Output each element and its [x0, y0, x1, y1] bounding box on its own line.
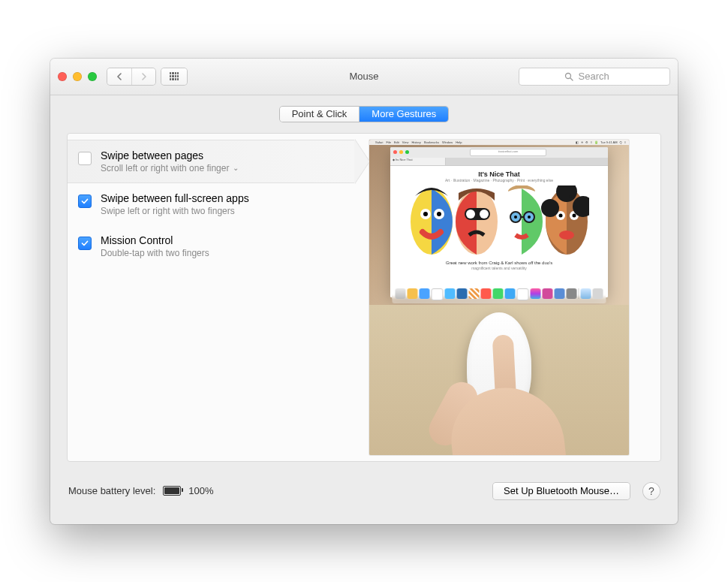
svg-point-17: [528, 216, 531, 219]
gesture-text: Mission Control Double-tap with two fing…: [101, 234, 209, 258]
preview-dock: [393, 287, 606, 303]
traffic-lights: [58, 72, 97, 81]
svg-point-22: [573, 213, 576, 217]
svg-point-0: [565, 73, 570, 78]
gesture-title: Swipe between full-screen apps: [101, 192, 249, 204]
titlebar: Mouse: [50, 59, 678, 95]
svg-rect-10: [466, 210, 475, 219]
setup-bluetooth-mouse-button[interactable]: Set Up Bluetooth Mouse…: [493, 483, 630, 499]
hand-illustration: [430, 335, 580, 455]
footer: Mouse battery level: 100% Set Up Bluetoo…: [50, 472, 678, 510]
battery-icon: [163, 486, 181, 496]
gesture-desc-dropdown[interactable]: Scroll left or right with one finger ⌄: [101, 163, 239, 173]
svg-point-16: [514, 216, 517, 219]
check-icon: [81, 240, 89, 247]
tabs: Point & Click More Gestures: [50, 95, 678, 133]
show-all-button[interactable]: [161, 68, 187, 85]
svg-point-23: [559, 231, 574, 240]
svg-rect-11: [480, 210, 489, 219]
zoom-window-button[interactable]: [88, 72, 97, 81]
help-button[interactable]: ?: [643, 483, 660, 499]
gestures-panel: Swipe between pages Scroll left or right…: [67, 133, 661, 462]
back-button[interactable]: [107, 68, 131, 85]
tab-more-gestures[interactable]: More Gestures: [359, 107, 448, 122]
svg-point-5: [423, 212, 428, 216]
gesture-mission-control[interactable]: Mission Control Double-tap with two fing…: [68, 225, 354, 267]
grid-icon: [170, 72, 179, 81]
preview-area: SafariFileEditViewHistoryBookmarksWindow…: [354, 134, 660, 461]
gesture-list: Swipe between pages Scroll left or right…: [68, 134, 354, 461]
nav-back-forward: [107, 68, 155, 85]
battery-label: Mouse battery level:: [68, 485, 155, 496]
gesture-title: Mission Control: [101, 234, 209, 246]
minimize-window-button[interactable]: [73, 72, 82, 81]
chevron-left-icon: [116, 73, 123, 80]
gesture-desc-label: Scroll left or right with one finger: [101, 163, 229, 173]
preview-safari-window: itsnicethat.com ◆ Its Nice That It's Nic…: [390, 147, 608, 297]
gesture-text: Swipe between pages Scroll left or right…: [101, 149, 239, 173]
chevron-down-icon: ⌄: [233, 164, 239, 172]
close-window-button[interactable]: [58, 72, 67, 81]
chevron-right-icon: [140, 73, 147, 80]
svg-point-20: [559, 213, 563, 217]
preview-desktop: SafariFileEditViewHistoryBookmarksWindow…: [369, 140, 629, 305]
svg-point-24: [541, 199, 559, 217]
preview-headline: It's Nice That: [478, 170, 520, 178]
gesture-text: Swipe between full-screen apps Swipe lef…: [101, 192, 249, 216]
checkbox-swipe-between-pages[interactable]: [78, 152, 92, 165]
search-input[interactable]: [577, 70, 625, 83]
forward-button[interactable]: [131, 68, 155, 85]
gesture-swipe-between-pages[interactable]: Swipe between pages Scroll left or right…: [68, 140, 354, 183]
check-icon: [81, 198, 89, 205]
content: Point & Click More Gestures Swipe betwee…: [50, 95, 678, 524]
search-field[interactable]: [519, 68, 670, 86]
preview-caption: Great new work from Craig & Karl shows o…: [446, 261, 552, 271]
search-icon: [564, 72, 573, 81]
cursor-icon: [569, 195, 572, 198]
preferences-window: Mouse Point & Click More Gestures: [50, 59, 678, 524]
tab-segment: Point & Click More Gestures: [280, 107, 449, 122]
gesture-desc: Double-tap with two fingers: [101, 248, 209, 258]
gesture-preview: SafariFileEditViewHistoryBookmarksWindow…: [369, 140, 629, 455]
gesture-title: Swipe between pages: [101, 149, 239, 161]
art-illustration: [409, 185, 589, 258]
tab-point-and-click[interactable]: Point & Click: [280, 107, 359, 122]
gesture-swipe-fullscreen-apps[interactable]: Swipe between full-screen apps Swipe lef…: [68, 183, 354, 225]
checkbox-swipe-fullscreen-apps[interactable]: [78, 195, 92, 208]
preview-artwork: [409, 185, 589, 258]
preview-menubar: SafariFileEditViewHistoryBookmarksWindow…: [369, 140, 629, 145]
preview-hand-mouse: [369, 305, 629, 455]
checkbox-mission-control[interactable]: [78, 237, 92, 250]
gesture-desc: Swipe left or right with two fingers: [101, 206, 249, 216]
svg-point-7: [437, 212, 441, 216]
battery-percentage: 100%: [188, 485, 213, 496]
svg-line-1: [570, 78, 573, 80]
